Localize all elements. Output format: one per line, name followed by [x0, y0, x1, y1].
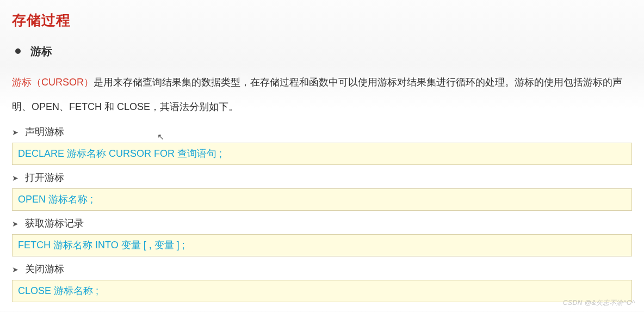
intro-accent: 游标（CURSOR）: [12, 77, 94, 88]
section-heading-text: 游标: [30, 43, 52, 59]
code-token: ;: [219, 148, 222, 159]
code-token: 游标名称: [54, 285, 93, 296]
code-token: OPEN: [18, 194, 48, 205]
bullet-icon: [15, 48, 21, 54]
code-token: 变量 [ , 变量 ]: [121, 240, 179, 250]
document-page: 存储过程 游标 游标（CURSOR）是用来存储查询结果集的数据类型，在存储过程和…: [0, 0, 644, 311]
code-box-declare: DECLARE 游标名称 CURSOR FOR 查询语句 ;: [12, 143, 632, 165]
code-token: ;: [90, 194, 93, 205]
sub-heading-label: 获取游标记录: [25, 216, 84, 231]
code-token: INTO: [95, 240, 121, 250]
sub-heading-label: 打开游标: [25, 170, 64, 185]
watermark: CSDN @&矢志不渝^O^: [563, 298, 635, 308]
code-token: CURSOR: [109, 148, 154, 159]
intro-paragraph: 游标（CURSOR）是用来存储查询结果集的数据类型，在存储过程和函数中可以使用游…: [12, 70, 632, 119]
code-box-open: OPEN 游标名称 ;: [12, 188, 632, 211]
subsection-close: ➤ 关闭游标 CLOSE 游标名称 ;: [12, 262, 632, 302]
sub-heading: ➤ 获取游标记录: [12, 216, 632, 231]
code-box-close: CLOSE 游标名称 ;: [12, 280, 632, 302]
sub-heading: ➤ 打开游标: [12, 170, 632, 185]
code-token: 游标名称: [48, 194, 88, 205]
subsection-fetch: ➤ 获取游标记录 FETCH 游标名称 INTO 变量 [ , 变量 ] ;: [12, 216, 632, 256]
code-token: 游标名称: [53, 240, 95, 250]
subsection-declare: ➤ 声明游标 DECLARE 游标名称 CURSOR FOR 查询语句 ;: [12, 125, 632, 165]
chevron-right-icon: ➤: [12, 220, 18, 228]
code-token: FETCH: [18, 240, 53, 250]
subsection-open: ➤ 打开游标 OPEN 游标名称 ;: [12, 170, 632, 211]
code-token: DECLARE: [18, 148, 67, 159]
code-token: ;: [96, 285, 98, 296]
page-title: 存储过程: [12, 10, 632, 31]
chevron-right-icon: ➤: [12, 129, 18, 136]
code-box-fetch: FETCH 游标名称 INTO 变量 [ , 变量 ] ;: [12, 234, 632, 256]
code-token: 查询语句: [177, 148, 216, 159]
intro-rest: 是用来存储查询结果集的数据类型，在存储过程和函数中可以使用游标对结果集进行循环的…: [12, 77, 622, 112]
sub-heading-label: 声明游标: [25, 125, 64, 139]
section-heading: 游标: [12, 43, 632, 59]
sub-heading-label: 关闭游标: [25, 262, 64, 277]
sub-heading: ➤ 声明游标: [12, 125, 632, 139]
sub-heading: ➤ 关闭游标: [12, 262, 632, 277]
code-token: CLOSE: [18, 285, 54, 296]
chevron-right-icon: ➤: [12, 174, 18, 182]
chevron-right-icon: ➤: [12, 266, 18, 273]
code-token: FOR: [154, 148, 177, 159]
code-token: ;: [182, 240, 185, 250]
code-token: 游标名称: [67, 148, 109, 159]
